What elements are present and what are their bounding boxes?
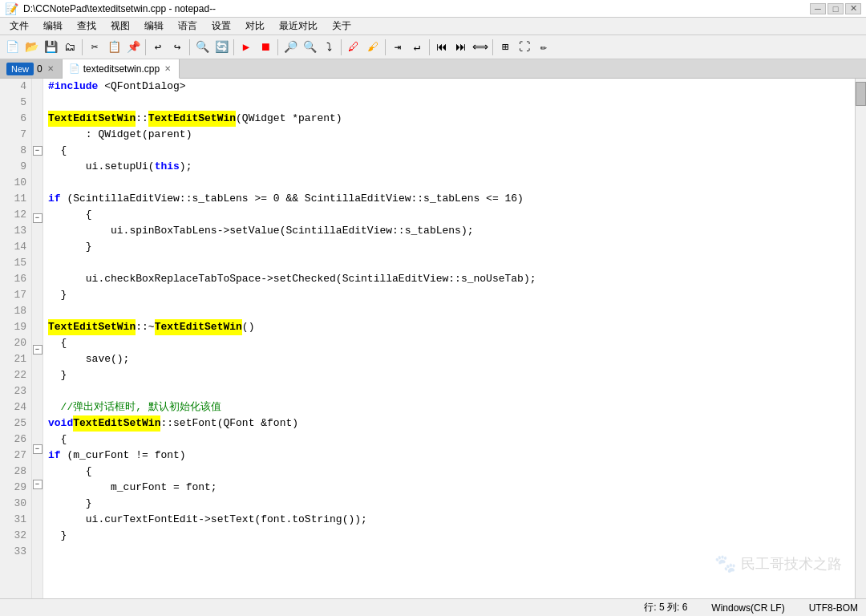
fold-space: [32, 560, 42, 576]
menu-item-视图[interactable]: 视图: [104, 18, 136, 34]
separator5: [277, 39, 278, 55]
code-content[interactable]: #include <QFontDialog> TextEditSetWin::T…: [43, 79, 855, 598]
line-number: 31: [5, 512, 26, 528]
code-line[interactable]: {: [48, 464, 850, 480]
new-file-button[interactable]: 📄: [3, 38, 21, 56]
code-line[interactable]: if (ScintillaEditView::s_tabLens >= 0 &&…: [48, 191, 850, 207]
line-number: 15: [5, 255, 26, 271]
menu-item-最近对比[interactable]: 最近对比: [273, 18, 324, 34]
menu-item-设置[interactable]: 设置: [205, 18, 237, 34]
code-line[interactable]: ui.checkBoxReplaceTabToSpace->setChecked…: [48, 271, 850, 287]
fold-button[interactable]: −: [33, 213, 42, 223]
code-line[interactable]: {: [48, 143, 850, 159]
code-line[interactable]: //弹出对话框时, 默认初始化该值: [48, 399, 850, 415]
fold-space: [32, 95, 42, 111]
outdent-button[interactable]: ↵: [408, 38, 426, 56]
code-line[interactable]: TextEditSetWin::TextEditSetWin(QWidget *…: [48, 111, 850, 127]
menu-item-关于[interactable]: 关于: [326, 18, 358, 34]
code-line[interactable]: }: [48, 367, 850, 383]
save-all-button[interactable]: 🗂: [61, 38, 79, 56]
menu-item-语言[interactable]: 语言: [172, 18, 204, 34]
code-line[interactable]: if (m_curFont != font): [48, 448, 850, 464]
code-line[interactable]: [48, 303, 850, 319]
tab-close-button[interactable]: ✕: [46, 63, 55, 74]
tab-1[interactable]: 📄texteditsetwin.cpp✕: [63, 59, 180, 79]
minimize-button[interactable]: ─: [810, 3, 826, 14]
highlight-button[interactable]: 🖌: [364, 38, 382, 56]
line-number: 7: [5, 127, 26, 143]
code-line[interactable]: ui.setupUi(this);: [48, 159, 850, 175]
code-line[interactable]: {: [48, 207, 850, 223]
run-button[interactable]: ▶: [237, 38, 255, 56]
line-number: 11: [5, 191, 26, 207]
cut-button[interactable]: ✂: [86, 38, 103, 56]
line-number: 4: [5, 79, 26, 95]
save-file-button[interactable]: 💾: [42, 38, 59, 56]
redo-button[interactable]: ↪: [168, 38, 186, 56]
replace-button[interactable]: 🔄: [212, 38, 230, 56]
menu-item-编辑[interactable]: 编辑: [138, 18, 170, 34]
code-line[interactable]: {: [48, 335, 850, 351]
indent-button[interactable]: ⇥: [389, 38, 407, 56]
encoding: UTF8-BOM: [809, 602, 858, 614]
code-line[interactable]: void TextEditSetWin::setFont(QFont &font…: [48, 415, 850, 432]
line-number: 30: [5, 496, 26, 512]
code-line[interactable]: {: [48, 432, 850, 448]
code-line[interactable]: : QWidget(parent): [48, 127, 850, 143]
split-button[interactable]: ⊞: [496, 38, 514, 56]
diff-next-button[interactable]: ⏭: [452, 38, 470, 56]
code-line[interactable]: [48, 175, 850, 191]
code-line[interactable]: }: [48, 496, 850, 512]
open-file-button[interactable]: 📂: [22, 38, 40, 56]
copy-button[interactable]: 📋: [105, 38, 123, 56]
code-line[interactable]: [48, 95, 850, 111]
stop-button[interactable]: ⏹: [257, 38, 274, 56]
menu-item-查找[interactable]: 查找: [71, 18, 103, 34]
fullscreen-button[interactable]: ⛶: [516, 38, 533, 56]
line-number: 14: [5, 239, 26, 255]
find-button[interactable]: 🔍: [193, 38, 211, 56]
code-line[interactable]: #include <QFontDialog>: [48, 79, 850, 95]
separator2: [145, 39, 146, 55]
mark-button[interactable]: 🖊: [345, 38, 362, 56]
pencil-button[interactable]: ✏: [535, 38, 552, 56]
diff-sync-button[interactable]: ⟺: [471, 38, 489, 56]
tab-0[interactable]: New 0✕: [0, 59, 63, 78]
menu-item-文件[interactable]: 文件: [3, 18, 35, 34]
zoom-in-button[interactable]: 🔎: [281, 38, 299, 56]
code-line[interactable]: m_curFont = font;: [48, 480, 850, 496]
code-line[interactable]: [48, 544, 850, 560]
code-line[interactable]: ui.spinBoxTabLens->setValue(ScintillaEdi…: [48, 223, 850, 239]
tab-close-button[interactable]: ✕: [163, 63, 172, 74]
code-line[interactable]: [48, 383, 850, 399]
line-number: 6: [5, 111, 26, 127]
fold-space: [32, 229, 42, 245]
maximize-button[interactable]: □: [828, 3, 844, 14]
code-line[interactable]: }: [48, 287, 850, 303]
fold-button[interactable]: −: [33, 444, 42, 454]
code-line[interactable]: }: [48, 528, 850, 544]
close-button[interactable]: ✕: [845, 3, 861, 14]
fold-button[interactable]: −: [33, 345, 42, 355]
cursor-position: 行: 5 列: 6: [644, 601, 687, 614]
paste-button[interactable]: 📌: [124, 38, 142, 56]
code-line[interactable]: }: [48, 239, 850, 255]
fold-space: −: [32, 345, 42, 361]
code-line[interactable]: save();: [48, 351, 850, 367]
diff-prev-button[interactable]: ⏮: [433, 38, 451, 56]
fold-button[interactable]: −: [33, 146, 42, 156]
editor-area[interactable]: 4567891011121314151617181920212223242526…: [0, 79, 866, 598]
goto-button[interactable]: ⤵: [320, 38, 338, 56]
zoom-out-button[interactable]: 🔍: [301, 38, 318, 56]
toolbar: 📄 📂 💾 🗂 ✂ 📋 📌 ↩ ↪ 🔍 🔄 ▶ ⏹ 🔎 🔍 ⤵ 🖊 🖌 ⇥ ↵ …: [0, 35, 866, 59]
code-line[interactable]: ui.curTextFontEdit->setText(font.toStrin…: [48, 512, 850, 528]
line-number: 28: [5, 464, 26, 480]
menu-item-对比[interactable]: 对比: [239, 18, 271, 34]
code-line[interactable]: TextEditSetWin::~TextEditSetWin(): [48, 319, 850, 335]
line-number: 27: [5, 448, 26, 464]
menu-item-编辑[interactable]: 编辑: [37, 18, 69, 34]
vertical-scrollbar[interactable]: [855, 79, 866, 598]
undo-button[interactable]: ↩: [149, 38, 167, 56]
fold-button[interactable]: −: [33, 480, 42, 489]
code-line[interactable]: [48, 255, 850, 271]
